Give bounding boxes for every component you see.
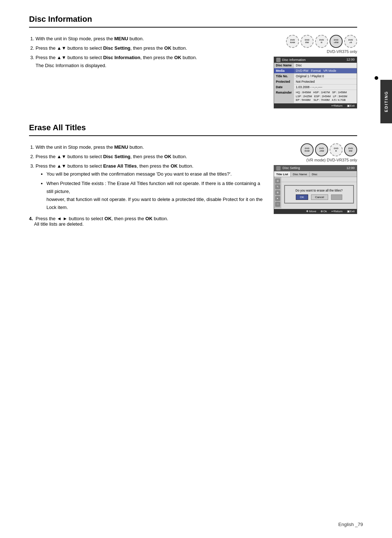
screen2-body: Title List Disc Name Disc ☰ ✎ ⊕ — [274, 171, 357, 209]
screen2-tabs: Title List Disc Name Disc — [274, 172, 357, 177]
disc-icon2-dvd-r: DVDR — [330, 143, 343, 156]
screen-icon — [276, 58, 281, 62]
footer2-exit: ▣Exit — [347, 210, 355, 213]
label-media: Media — [274, 68, 294, 74]
screen2-subtitle-row — [281, 177, 357, 182]
tab-disc: Disc — [310, 172, 320, 177]
erase-all-titles-section: Erase All Titles With the unit in Stop m… — [29, 123, 357, 227]
dvd-label-1: DVD-VR375 only — [274, 49, 357, 54]
editing-dot — [375, 76, 378, 80]
dialog-empty-btn — [331, 194, 342, 200]
erase-step2: Press the ▲▼ buttons to select Disc Sett… — [36, 153, 263, 161]
erase-all-titles-top: With the unit in Stop mode, press the ME… — [29, 143, 357, 227]
screen2-footer: ❖ Move ⊕Ok ↩Return ▣Exit — [274, 209, 357, 214]
screen-header-left: Disc Information — [276, 58, 306, 62]
disc-icons-1: DVDRAM DVDRW DVDR DVD+RW DVD+R — [274, 35, 357, 48]
label-title-no: Title No. — [274, 74, 294, 79]
table-row-date: Date 1.03.2008 - --.--.---- — [274, 85, 357, 90]
dialog-box: Do you want to erase all the titles? OK … — [284, 185, 354, 204]
table-row-protected: Protected Not Protected — [274, 79, 357, 85]
screen2-time: 12:00 — [346, 166, 355, 171]
sidebar-btn-4[interactable]: ▸ — [275, 196, 280, 201]
disc-icon-dvd-plus-rw: DVD+RW — [330, 35, 343, 48]
ok-bold-2: OK — [174, 55, 181, 60]
erase-step1: With the unit in Stop mode, press the ME… — [36, 143, 263, 151]
screen-title-1: Disc Information — [282, 58, 306, 62]
erase-side-content: DVDRAM DVD+RW DVDR DVDRW (VR mode) DVD-V… — [274, 143, 357, 227]
disc-information-instructions: With the unit in Stop mode, press the ME… — [29, 35, 263, 108]
disc-info-step1: With the unit in Stop mode, press the ME… — [36, 35, 263, 43]
disc-icon-dvd-rw: DVDRW — [301, 35, 314, 48]
disc-setting-bold-2: Disc Setting — [103, 154, 130, 159]
disc-icon-dvd-r: DVDR — [315, 35, 328, 48]
dialog-cancel-btn[interactable]: Cancel — [311, 194, 328, 200]
erase-step3: Press the ▲▼ buttons to select Erase All… — [36, 162, 263, 212]
screen2-header-left: Disc Setting — [276, 166, 300, 171]
disc-icon2-dvd-rw: DVDRW — [344, 143, 357, 156]
value-media: DVD-RW Format VR Mode — [294, 68, 357, 74]
dialog-ok-btn[interactable]: OK — [296, 194, 308, 200]
disc-icon-dvd-ram: DVDRAM — [286, 35, 299, 48]
menu-bold-3: MENU — [114, 144, 128, 150]
side-tab: EDITING — [379, 0, 392, 538]
screen2-title: Disc Setting — [283, 166, 300, 170]
erase-all-titles-instructions: With the unit in Stop mode, press the ME… — [29, 143, 263, 227]
erase-bullet-1: You will be prompted with the confirmati… — [46, 170, 263, 178]
disc-info-step2: Press the ▲▼ buttons to select Disc Sett… — [36, 44, 263, 52]
table-row-remainder: Remainder HQ : 0H58M HSP : 1H07M SP : 1H… — [274, 90, 357, 103]
tab-title-list: Title List — [274, 172, 291, 177]
screen-header-1: Disc Information 12:00 — [274, 57, 357, 63]
disc-icon-dvd-plus-r: DVD+R — [344, 35, 357, 48]
value-protected: Not Protected — [294, 79, 357, 85]
ok-bold-5: OK — [105, 216, 112, 221]
step4-note: All title lists are deleted. — [34, 221, 84, 227]
disc-information-side: DVDRAM DVDRW DVDR DVD+RW DVD+R DVD-VR375… — [274, 35, 357, 108]
label-protected: Protected — [274, 79, 294, 85]
value-title-no: Original 1 / Playlist 0 — [294, 74, 357, 79]
table-row-media: Media DVD-RW Format VR Mode — [274, 68, 357, 74]
disc-information-section: Disc Information With the unit in Stop m… — [29, 15, 357, 108]
disc-info-table: Disc Name Disc Media DVD-RW Format VR Mo… — [274, 63, 357, 103]
step4-number: 4. Press the ◄ ► buttons to select OK, t… — [29, 216, 168, 227]
ok-bold-6: OK — [146, 216, 153, 221]
footer-exit-1: ▣Exit — [347, 104, 355, 107]
disc-icons-2: DVDRAM DVD+RW DVDR DVDRW — [274, 143, 357, 156]
ok-bold-1: OK — [164, 45, 172, 51]
label-date: Date — [274, 85, 294, 90]
dialog-text: Do you want to erase all the titles? — [288, 189, 350, 192]
sidebar-btn-1[interactable]: ☰ — [275, 178, 280, 184]
footer-return-1: ↩Return — [331, 104, 343, 107]
erase-all-bold: Erase All Titles — [103, 163, 137, 169]
erase-all-titles-title: Erase All Titles — [29, 123, 357, 136]
page-footer: English _79 — [338, 522, 363, 527]
footer2-move: ❖ Move — [306, 210, 317, 213]
table-row-title-no: Title No. Original 1 / Playlist 0 — [274, 74, 357, 79]
disc-information-title: Disc Information — [29, 15, 357, 28]
screen-footer-1: ↩Return ▣Exit — [274, 103, 357, 108]
sidebar-btn-3[interactable]: ⊕ — [275, 190, 280, 195]
table-row-disc-name: Disc Name Disc — [274, 63, 357, 68]
sidebar-btn-5[interactable]: □ — [275, 202, 280, 207]
footer2-ok: ⊕Ok — [320, 210, 327, 213]
disc-info-bold: Disc Information — [103, 55, 140, 60]
disc-info-step3: Press the ▲▼ buttons to select Disc Info… — [36, 54, 263, 70]
disc-info-note: The Disc Information is displayed. — [36, 63, 106, 68]
disc-info-steps: With the unit in Stop mode, press the ME… — [36, 35, 263, 70]
tab-disc-name: Disc Name — [291, 172, 310, 177]
screen2-left-buttons: ☰ ✎ ⊕ ▸ □ — [274, 177, 281, 208]
disc-icon2-dvd-plus-rw: DVD+RW — [315, 143, 328, 156]
erase-steps: With the unit in Stop mode, press the ME… — [36, 143, 263, 212]
erase-screen: Disc Setting 12:00 Title List Disc Name … — [274, 165, 357, 214]
tab-spacer — [319, 172, 357, 177]
disc-setting-bold-1: Disc Setting — [103, 45, 130, 51]
erase-bullets: You will be prompted with the confirmati… — [46, 170, 263, 211]
footer2-return: ↩Return — [331, 210, 343, 213]
sidebar-btn-2[interactable]: ✎ — [275, 184, 280, 189]
dialog-buttons: OK Cancel — [288, 194, 350, 200]
erase-step4-container: 4. Press the ◄ ► buttons to select OK, t… — [29, 216, 263, 227]
label-disc-name: Disc Name — [274, 63, 294, 68]
screen-content-1: Disc Name Disc Media DVD-RW Format VR Mo… — [274, 63, 357, 103]
ok-bold-4: OK — [171, 163, 178, 169]
value-remainder: HQ : 0H58M HSP : 1H07M SP : 1H58M LSP : … — [294, 90, 357, 103]
screen-time-1: 12:00 — [346, 58, 355, 62]
